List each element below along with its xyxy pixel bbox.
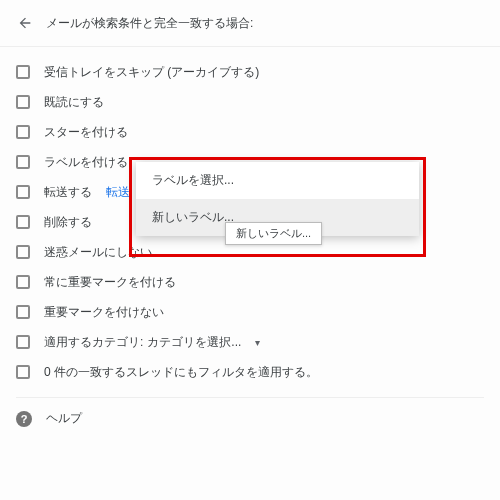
option-label: スターを付ける: [44, 124, 128, 141]
option-always-important: 常に重要マークを付ける: [16, 267, 484, 297]
option-label: 適用するカテゴリ:: [44, 334, 143, 351]
tooltip-new-label: 新しいラベル...: [225, 222, 322, 245]
option-label: 迷惑メールにしない: [44, 244, 152, 261]
checkbox[interactable]: [16, 95, 30, 109]
checkbox[interactable]: [16, 335, 30, 349]
help-icon: ?: [16, 411, 32, 427]
option-never-important: 重要マークを付けない: [16, 297, 484, 327]
option-label: ラベルを付ける:: [44, 154, 131, 171]
checkbox[interactable]: [16, 155, 30, 169]
checkbox[interactable]: [16, 245, 30, 259]
help-label: ヘルプ: [46, 410, 82, 427]
back-arrow-icon[interactable]: [16, 14, 34, 32]
option-label: 転送する: [44, 184, 92, 201]
header: メールが検索条件と完全一致する場合:: [0, 6, 500, 47]
option-category: 適用するカテゴリ: カテゴリを選択... ▾: [16, 327, 484, 357]
option-label: 重要マークを付けない: [44, 304, 164, 321]
checkbox[interactable]: [16, 365, 30, 379]
help-row[interactable]: ? ヘルプ: [0, 398, 500, 439]
option-label: 削除する: [44, 214, 92, 231]
category-select[interactable]: カテゴリを選択... ▾: [147, 334, 259, 351]
option-apply-to-matching: 0 件の一致するスレッドにもフィルタを適用する。: [16, 357, 484, 387]
checkbox[interactable]: [16, 65, 30, 79]
checkbox[interactable]: [16, 215, 30, 229]
page-title: メールが検索条件と完全一致する場合:: [46, 15, 253, 32]
checkbox[interactable]: [16, 125, 30, 139]
checkbox[interactable]: [16, 185, 30, 199]
chevron-down-icon: ▾: [255, 337, 260, 348]
checkbox[interactable]: [16, 275, 30, 289]
option-skip-inbox: 受信トレイをスキップ (アーカイブする): [16, 57, 484, 87]
option-label: 0 件の一致するスレッドにもフィルタを適用する。: [44, 364, 318, 381]
option-label: 常に重要マークを付ける: [44, 274, 176, 291]
checkbox[interactable]: [16, 305, 30, 319]
forward-address-link[interactable]: 転送: [106, 184, 130, 201]
option-mark-read: 既読にする: [16, 87, 484, 117]
option-label: 受信トレイをスキップ (アーカイブする): [44, 64, 259, 81]
option-label: 既読にする: [44, 94, 104, 111]
category-select-value: カテゴリを選択...: [147, 335, 241, 349]
dropdown-item-choose-label[interactable]: ラベルを選択...: [136, 162, 419, 199]
option-star: スターを付ける: [16, 117, 484, 147]
